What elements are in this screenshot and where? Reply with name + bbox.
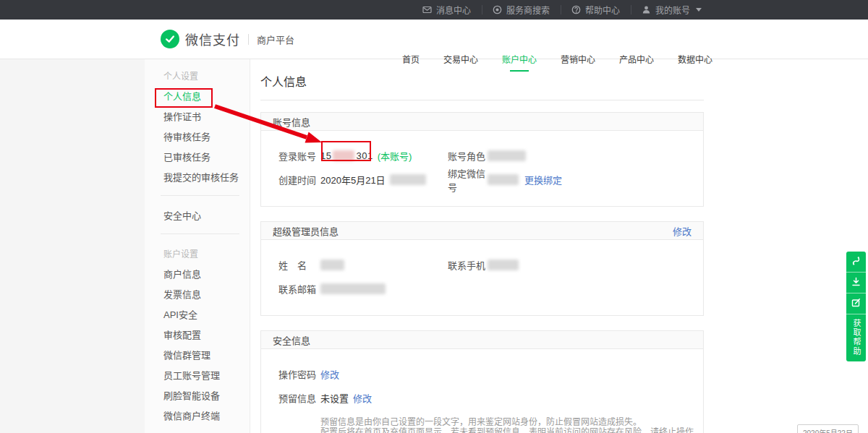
download-button[interactable] [846, 273, 866, 293]
search-icon [493, 5, 502, 14]
redacted-account-role [488, 150, 526, 161]
sidebar-item-staff-accounts[interactable]: 员工账号管理 [163, 364, 250, 385]
sidebar-item-my-submitted-tasks[interactable]: 我提交的审核任务 [163, 166, 250, 187]
sidebar-item-api-security[interactable]: API安全 [163, 304, 250, 324]
card-title: 安全信息 [273, 333, 310, 347]
chevron-down-icon [696, 8, 702, 12]
reserved-info-help: 预留信息是由你自己设置的一段文字，用来鉴定网站身份，防止假冒网站造成损失。 配置… [320, 417, 703, 433]
download-icon [851, 276, 861, 289]
help-line: 预留信息是由你自己设置的一段文字，用来鉴定网站身份，防止假冒网站造成损失。 [320, 417, 703, 427]
card-title: 超级管理员信息 [273, 224, 339, 238]
main-content: 个人信息 账号信息 登录账号 15 301 (本账号) [260, 59, 704, 433]
operation-password-value: 修改 [320, 367, 448, 381]
account-role-value [488, 150, 526, 161]
link-button[interactable] [846, 252, 866, 273]
wechat-pay-logo-icon [161, 30, 179, 48]
login-account-label: 登录账号 [278, 149, 320, 163]
created-time-row: 创建时间 2020年5月21日 绑定微信号 更换绑定 [278, 168, 703, 192]
bound-wechat-value: 更换绑定 [488, 173, 562, 187]
screen: 消息中心 服务商搜索 帮助中心 我的账号 微信支付 [0, 0, 868, 433]
edit-reserved-info-link[interactable]: 修改 [353, 391, 372, 405]
sidebar-item-merchant-terminal[interactable]: 微信商户终端 [163, 405, 250, 425]
redacted-admin-name [320, 260, 344, 270]
account-info-card-body: 登录账号 15 301 (本账号) 账号角色 创 [261, 131, 703, 206]
admin-phone-value [488, 260, 519, 270]
admin-name-value [320, 260, 448, 270]
sidebar-item-wechat-group[interactable]: 微信群管理 [163, 344, 250, 364]
sidebar-section-account-settings: 账户设置 [163, 243, 250, 263]
brand-name: 微信支付 [185, 30, 240, 48]
reserved-info-label: 预留信息 [278, 391, 320, 405]
sidebar-divider [161, 233, 239, 234]
sidebar-item-security-center[interactable]: 安全中心 [163, 205, 250, 225]
card-title: 账号信息 [273, 115, 310, 129]
topbar: 消息中心 服务商搜索 帮助中心 我的账号 [0, 0, 868, 20]
admin-email-label: 联系邮箱 [278, 282, 320, 296]
login-account-row: 登录账号 15 301 (本账号) 账号角色 [278, 144, 703, 168]
admin-name-row: 姓 名 联系手机 [278, 253, 703, 277]
sidebar-item-review-config[interactable]: 审核配置 [163, 324, 250, 344]
question-circle-icon [571, 5, 581, 14]
brand-divider [248, 34, 249, 45]
topbar-item-help-center[interactable]: 帮助中心 [561, 0, 631, 20]
header: 微信支付 商户平台 首页 交易中心 账户中心 营销中心 产品中心 数据中心 [0, 20, 868, 59]
admin-email-row: 联系邮箱 [278, 277, 703, 301]
topbar-item-my-account[interactable]: 我的账号 [631, 0, 712, 20]
topbar-item-sp-search[interactable]: 服务商搜索 [482, 0, 561, 20]
login-number-prefix: 15 [320, 150, 331, 161]
security-info-card: 安全信息 操作密码 修改 预留信息 未设置 修改 预留信息是由 [260, 330, 704, 433]
page-title: 个人信息 [260, 72, 704, 100]
redacted-admin-email [320, 283, 386, 294]
created-time-value: 2020年5月21日 [320, 173, 448, 187]
security-info-card-body: 操作密码 修改 预留信息 未设置 修改 预留信息是由你自己设置的一段文字，用来鉴… [261, 349, 703, 433]
redacted-created-time [390, 174, 426, 185]
feedback-button[interactable] [846, 293, 866, 314]
sidebar-item-personal-info[interactable]: 个人信息 [163, 85, 250, 106]
change-password-link[interactable]: 修改 [320, 367, 339, 381]
help-line: 配置后将在首页及充值页面显示。若未看到预留信息，表明当前访问的网站存在风险，请终… [320, 427, 703, 433]
topbar-item-label: 服务商搜索 [506, 4, 550, 16]
reserved-info-value: 未设置 修改 [320, 391, 448, 405]
sidebar-item-reviewed-tasks[interactable]: 已审核任务 [163, 146, 250, 166]
sidebar-section-personal-settings: 个人设置 [163, 65, 250, 85]
sidebar-item-face-devices[interactable]: 刷脸智能设备 [163, 385, 250, 405]
redacted-wechat-id [488, 174, 519, 185]
account-info-card-header: 账号信息 [261, 113, 703, 131]
edit-admin-link[interactable]: 修改 [673, 224, 692, 238]
brand-logo[interactable]: 微信支付 商户平台 [161, 30, 294, 48]
get-help-label: 获取帮助 [846, 319, 866, 356]
super-admin-card: 超级管理员信息 修改 姓 名 联系手机 联系邮箱 [260, 221, 704, 316]
topbar-item-label: 我的账号 [655, 4, 690, 16]
sidebar-item-invoice-info[interactable]: 发票信息 [163, 283, 250, 304]
topbar-item-label: 帮助中心 [585, 4, 620, 16]
get-help-button[interactable]: 获取帮助 [846, 314, 866, 361]
account-info-card: 账号信息 登录账号 15 301 (本账号) 账号角色 [260, 112, 704, 207]
operation-password-label: 操作密码 [278, 367, 320, 381]
sidebar: 个人设置 个人信息 操作证书 待审核任务 已审核任务 我提交的审核任务 安全中心… [145, 59, 250, 433]
operation-password-row: 操作密码 修改 [278, 362, 703, 386]
bound-wechat-label: 绑定微信号 [448, 166, 488, 194]
reserved-info-status: 未设置 [320, 391, 349, 405]
user-icon [642, 5, 651, 14]
created-date-text: 2020年5月21日 [320, 173, 386, 187]
login-account-value: 15 301 (本账号) [320, 149, 448, 163]
sidebar-item-operation-certificate[interactable]: 操作证书 [163, 106, 250, 126]
super-admin-card-body: 姓 名 联系手机 联系邮箱 [261, 240, 703, 315]
sidebar-item-pending-review-tasks[interactable]: 待审核任务 [163, 126, 250, 146]
created-time-label: 创建时间 [278, 173, 320, 187]
platform-name: 商户平台 [257, 33, 294, 46]
topbar-item-message-center[interactable]: 消息中心 [412, 0, 482, 20]
left-background-strip [0, 59, 145, 433]
date-tooltip: 2020年5月22日 [797, 424, 859, 433]
edit-icon [851, 297, 861, 310]
redacted-admin-phone [488, 260, 519, 270]
current-account-note: (本账号) [378, 149, 412, 163]
security-info-card-header: 安全信息 [261, 331, 703, 349]
account-role-label: 账号角色 [448, 149, 488, 163]
change-binding-link[interactable]: 更换绑定 [524, 173, 562, 187]
admin-email-value [320, 283, 448, 294]
floating-action-bar: 获取帮助 [846, 252, 866, 361]
sidebar-item-merchant-info[interactable]: 商户信息 [163, 263, 250, 283]
topbar-item-label: 消息中心 [436, 4, 471, 16]
admin-phone-label: 联系手机 [448, 258, 488, 272]
